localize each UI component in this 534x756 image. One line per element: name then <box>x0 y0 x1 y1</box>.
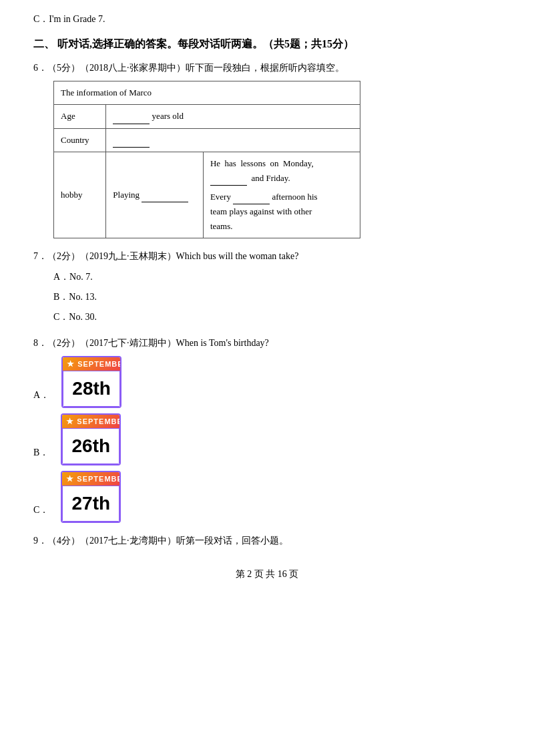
marco-info-table: The information of Marco Age years old C… <box>53 81 360 238</box>
country-blank <box>113 137 150 148</box>
table-header-row: The information of Marco <box>54 81 360 105</box>
playing-text: Playing <box>113 190 140 200</box>
table-country-row: Country <box>54 128 360 152</box>
q8-b-label: B． <box>33 447 49 465</box>
q8-option-a: A． ★ SEPTEMBER 28th <box>33 356 501 408</box>
country-label: Country <box>54 128 106 152</box>
section2-title: 二、 听对话,选择正确的答案。每段对话听两遍。（共5题；共15分） <box>33 37 501 51</box>
q7-option-b: B．No. 13. <box>53 290 501 305</box>
country-value <box>106 128 360 152</box>
q8-option-c: C． ★ SEPTEMBER 27th <box>33 471 501 523</box>
lessons-line2: and Friday. <box>210 171 353 186</box>
q6-label: 6．（5分）（2018八上·张家界期中）听下面一段独白，根据所听内容填空。 <box>33 61 501 75</box>
table-hobby-row: hobby Playing He has lessons on Monday, … <box>54 152 360 238</box>
q8-option-b: B． ★ SEPTEMBER 26th <box>33 413 501 465</box>
q8-a-label: A． <box>33 389 49 408</box>
star-icon-b: ★ <box>66 417 74 426</box>
section-c-option: C．I'm in Grade 7. <box>33 13 501 25</box>
question-8-block: 8．（2分）（2017七下·靖江期中）When is Tom's birthda… <box>33 336 501 523</box>
hobby-label: hobby <box>54 152 106 238</box>
q7-option-c: C．No. 30. <box>53 310 501 325</box>
page-footer: 第 2 页 共 16 页 <box>33 568 501 580</box>
calendar-a-header: ★ SEPTEMBER <box>63 357 120 371</box>
age-value: years old <box>106 105 360 128</box>
calendar-b: ★ SEPTEMBER 26th <box>61 413 121 465</box>
age-label: Age <box>54 105 106 128</box>
q9-label: 9．（4分）（2017七上·龙湾期中）听第一段对话，回答小题。 <box>33 534 501 548</box>
question-9-block: 9．（4分）（2017七上·龙湾期中）听第一段对话，回答小题。 <box>33 534 501 548</box>
calendar-a: ★ SEPTEMBER 28th <box>61 356 121 408</box>
lessons-line1: He has lessons on Monday, <box>210 156 353 171</box>
table-age-row: Age years old <box>54 105 360 128</box>
age-text: years old <box>152 111 184 121</box>
star-icon-c: ★ <box>66 474 74 484</box>
lessons-blank <box>210 175 247 186</box>
lessons-cell: He has lessons on Monday, and Friday. Ev… <box>203 152 360 238</box>
calendar-c-date: 27th <box>62 486 119 522</box>
calendar-c: ★ SEPTEMBER 27th <box>61 471 121 523</box>
lessons-line5: teams. <box>210 219 353 234</box>
q8-c-label: C． <box>33 504 49 523</box>
lessons-line4: team plays against with other <box>210 204 353 219</box>
calendar-b-date: 26th <box>62 428 119 464</box>
calendar-b-header: ★ SEPTEMBER <box>62 415 119 428</box>
q8-label: 8．（2分）（2017七下·靖江期中）When is Tom's birthda… <box>33 336 501 351</box>
question-7-block: 7．（2分）（2019九上·玉林期末）Which bus will the wo… <box>33 249 501 325</box>
calendar-a-date: 28th <box>63 371 120 407</box>
lessons-line3: Every afternoon his <box>210 190 353 204</box>
question-6-block: 6．（5分）（2018八上·张家界期中）听下面一段独白，根据所听内容填空。 Th… <box>33 61 501 238</box>
playing-blank <box>142 192 188 202</box>
section-c-text: C．I'm in Grade 7. <box>33 14 105 24</box>
star-icon-a: ★ <box>67 359 75 369</box>
age-blank <box>113 114 150 124</box>
q7-label: 7．（2分）（2019九上·玉林期末）Which bus will the wo… <box>33 249 501 264</box>
calendar-c-header: ★ SEPTEMBER <box>62 472 119 486</box>
every-blank <box>233 194 270 204</box>
table-title: The information of Marco <box>54 81 360 105</box>
playing-cell: Playing <box>106 152 204 238</box>
q7-option-a: A．No. 7. <box>53 270 501 285</box>
